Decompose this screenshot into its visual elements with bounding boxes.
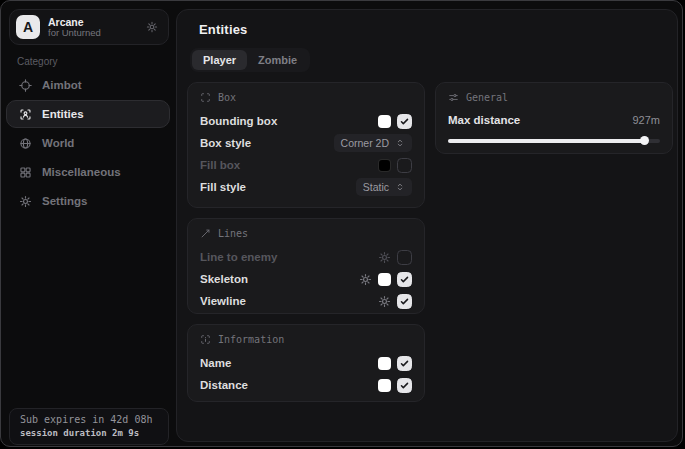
sub-expiry-text: Sub expires in 42d 08h [20,413,158,427]
slider-fill [448,139,645,143]
box-card-header: Box [200,92,412,103]
setting-row-line-to-enemy: Line to enemy [200,246,412,268]
setting-row-fill-box: Fill box [200,154,412,176]
sidebar-item-label: Aimbot [42,79,82,91]
fill-style-dropdown[interactable]: Static [356,178,412,196]
setting-row-viewline: Viewline [200,290,412,312]
gear-icon [19,195,32,208]
card-title: Box [218,92,236,103]
card-title: Information [218,334,284,345]
person-scan-icon [19,108,32,121]
sliders-icon [448,92,459,103]
page-title: Entities [199,22,248,37]
card-title: Lines [218,228,248,239]
globe-icon [19,137,32,150]
setting-row-distance: Distance [200,374,412,396]
gear-icon[interactable] [359,273,372,286]
sidebar-item-entities[interactable]: Entities [6,100,170,128]
chevron-up-down-icon [395,182,405,192]
gear-icon[interactable] [378,295,391,308]
sidebar: A Arcane for Unturned Category Aimbot [1,1,176,446]
chevron-up-down-icon [395,138,405,148]
sidebar-item-label: World [42,137,74,149]
checkbox-fill-box[interactable] [397,158,412,173]
color-swatch[interactable] [378,379,391,392]
subscription-card: Sub expires in 42d 08h session duration … [9,408,169,445]
box-style-dropdown[interactable]: Corner 2D [334,134,412,152]
tab-bar: Player Zombie [190,48,310,72]
slider-handle[interactable] [640,136,649,145]
sidebar-item-world[interactable]: World [6,129,170,157]
checkbox-distance[interactable] [397,378,412,393]
app-subtitle: for Unturned [48,28,101,39]
box-card: Box Bounding box Box style Corner 2D [187,82,425,208]
max-distance-value: 927m [632,114,660,126]
setting-row-box-style: Box style Corner 2D [200,132,412,154]
box-corners-icon [200,92,211,103]
checkbox-viewline[interactable] [397,294,412,309]
setting-row-max-distance: Max distance 927m [448,110,660,130]
diagonal-line-icon [200,228,211,239]
color-swatch[interactable] [378,273,391,286]
tab-player[interactable]: Player [192,50,247,70]
setting-row-name: Name [200,352,412,374]
sidebar-item-label: Entities [42,108,84,120]
grid-icon [19,166,32,179]
app-name: Arcane [48,16,101,28]
information-card-header: Information [200,334,412,345]
session-duration-text: session duration 2m 9s [20,427,158,439]
color-swatch[interactable] [378,115,391,128]
setting-row-bounding-box: Bounding box [200,110,412,132]
category-label: Category [17,56,58,67]
gear-icon[interactable] [378,251,391,264]
max-distance-slider[interactable] [448,136,660,145]
setting-row-skeleton: Skeleton [200,268,412,290]
general-card-header: General [448,92,660,103]
gear-icon[interactable] [146,21,158,33]
crosshair-icon [19,79,32,92]
color-swatch[interactable] [378,159,391,172]
setting-row-fill-style: Fill style Static [200,176,412,198]
app-window: A Arcane for Unturned Category Aimbot [0,0,683,447]
main-panel: Entities Player Zombie Box Bounding box [176,9,678,442]
sidebar-item-label: Settings [42,195,87,207]
sidebar-item-settings[interactable]: Settings [6,187,170,215]
checkbox-name[interactable] [397,356,412,371]
app-header-card: A Arcane for Unturned [9,9,169,45]
checkbox-line-to-enemy[interactable] [397,250,412,265]
lines-card: Lines Line to enemy Skeleton [187,218,425,314]
card-title: General [466,92,508,103]
color-swatch[interactable] [378,357,391,370]
app-titles: Arcane for Unturned [48,16,101,39]
checkbox-skeleton[interactable] [397,272,412,287]
sidebar-item-miscellaneous[interactable]: Miscellaneous [6,158,170,186]
information-card: Information Name Distance [187,324,425,402]
lines-card-header: Lines [200,228,412,239]
general-card: General Max distance 927m [435,82,673,154]
information-icon [200,334,211,345]
app-logo: A [16,15,40,39]
checkbox-bounding-box[interactable] [397,114,412,129]
sidebar-nav: Aimbot Entities World Miscellaneous [6,71,170,216]
sidebar-item-aimbot[interactable]: Aimbot [6,71,170,99]
sidebar-item-label: Miscellaneous [42,166,121,178]
tab-zombie[interactable]: Zombie [247,50,308,70]
